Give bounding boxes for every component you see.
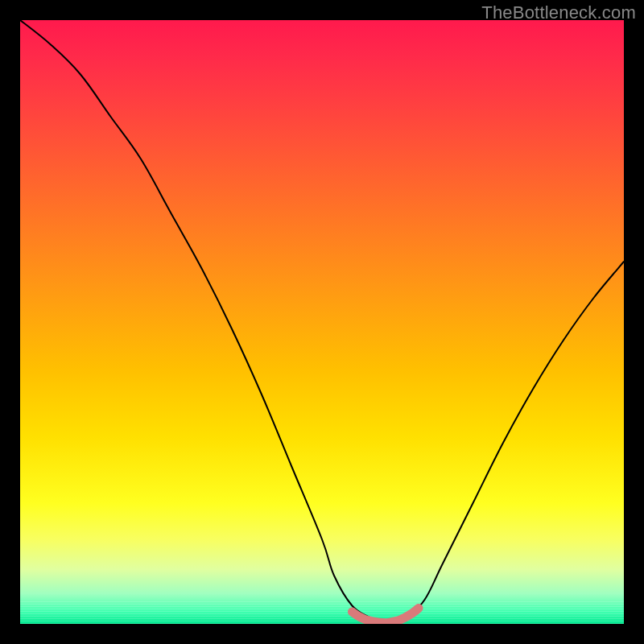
plot-area <box>20 20 624 624</box>
gradient-background <box>20 20 624 624</box>
chart-container: TheBottleneck.com <box>0 0 644 644</box>
watermark-text: TheBottleneck.com <box>481 2 636 23</box>
